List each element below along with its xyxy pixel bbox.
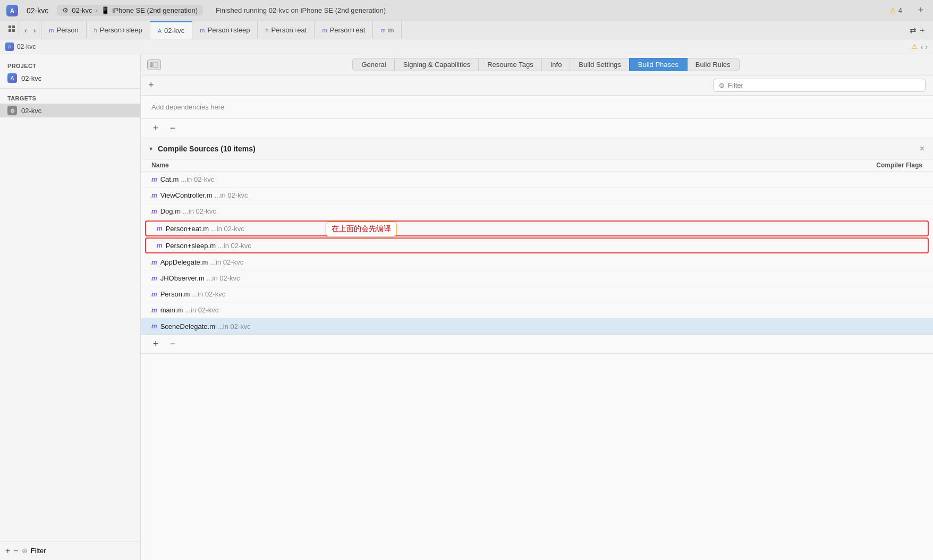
tab-person-eat-m[interactable]: m Person+eat bbox=[315, 21, 373, 39]
svg-rect-3 bbox=[12, 29, 15, 32]
table-row[interactable]: m AppDelegate.m ...in 02-kvc bbox=[141, 254, 933, 270]
file-icon-dog: m bbox=[151, 208, 157, 215]
file-name-dog: Dog.m bbox=[160, 207, 181, 215]
tab-person-sleep-2[interactable]: m Person+sleep bbox=[192, 21, 258, 39]
compile-close-button[interactable]: × bbox=[920, 144, 924, 154]
status-text: Finished running 02-kvc on iPhone SE (2n… bbox=[216, 6, 386, 14]
filter-input-wrap[interactable]: ⊜ bbox=[713, 79, 926, 92]
svg-rect-0 bbox=[9, 26, 11, 28]
file-path-appdelegate: ...in 02-kvc bbox=[210, 258, 243, 266]
tab-back-button[interactable]: ‹ bbox=[22, 25, 29, 36]
project-item-label: 02-kvc bbox=[21, 74, 41, 82]
tab-icon-person-eat-m: m bbox=[322, 27, 327, 33]
table-row[interactable]: m ViewController.m ...in 02-kvc bbox=[141, 188, 933, 203]
sidebar-remove-button[interactable]: − bbox=[13, 546, 18, 556]
file-icon-person-sleep: m bbox=[157, 242, 163, 249]
file-path-scenedelegate: ...in 02-kvc bbox=[217, 323, 251, 330]
tab-label-m: m bbox=[388, 26, 394, 34]
tab-info[interactable]: Info bbox=[541, 58, 571, 71]
tab-m[interactable]: m m bbox=[373, 21, 402, 39]
toggle-sidebar-button[interactable] bbox=[147, 60, 161, 70]
tab-build-settings[interactable]: Build Settings bbox=[570, 58, 630, 71]
compile-add-button[interactable]: + bbox=[149, 338, 162, 351]
app-title: 02-kvc bbox=[27, 6, 48, 15]
tab-bar: ‹ › m Person h Person+sleep A 02-kvc m P… bbox=[0, 21, 933, 39]
breadcrumb-back[interactable]: ‹ bbox=[921, 43, 923, 51]
sidebar-item-project[interactable]: A 02-kvc bbox=[0, 71, 140, 85]
settings-tabs: General Signing & Capabilities Resource … bbox=[165, 58, 927, 71]
compile-remove-button[interactable]: − bbox=[166, 338, 179, 351]
breadcrumb-sep: › bbox=[96, 7, 98, 14]
table-row[interactable]: m JHObserver.m ...in 02-kvc bbox=[141, 270, 933, 286]
tab-forward-button[interactable]: › bbox=[31, 25, 38, 36]
tab-person[interactable]: m Person bbox=[41, 21, 86, 39]
tab-signing[interactable]: Signing & Capabilities bbox=[394, 58, 479, 71]
tab-icon-person-sleep: h bbox=[94, 27, 97, 33]
tab-build-phases[interactable]: Build Phases bbox=[629, 58, 688, 71]
add-dep-button[interactable]: + bbox=[149, 122, 162, 135]
table-row-scenedelegate[interactable]: m SceneDelegate.m ...in 02-kvc bbox=[141, 318, 933, 334]
split-editor-button[interactable]: ⇄ bbox=[910, 26, 917, 35]
filter-input[interactable] bbox=[728, 81, 887, 89]
tab-general[interactable]: General bbox=[352, 58, 395, 71]
tab-icon-person-eat-h: h bbox=[265, 27, 268, 33]
file-name-scenedelegate: SceneDelegate.m bbox=[160, 323, 215, 330]
tab-label-person-sleep-2: Person+sleep bbox=[208, 26, 250, 34]
tab-icon-02-kvc: A bbox=[158, 28, 162, 34]
app-icon: A bbox=[6, 5, 18, 16]
add-tab-button[interactable]: + bbox=[915, 5, 927, 16]
table-row[interactable]: m Person.m ...in 02-kvc bbox=[141, 286, 933, 302]
breadcrumb-pill[interactable]: ⚙ 02-kvc › 📱 iPhone SE (2nd generation) bbox=[57, 5, 203, 16]
file-icon-person-eat: m bbox=[157, 225, 163, 232]
compile-chevron[interactable]: ▾ bbox=[149, 145, 152, 152]
tab-icon-m: m bbox=[380, 27, 385, 33]
compile-add-remove-row: + − bbox=[141, 334, 933, 353]
tab-build-rules[interactable]: Build Rules bbox=[686, 58, 740, 71]
table-row-person-eat[interactable]: m Person+eat.m ...in 02-kvc bbox=[145, 220, 929, 236]
tab-resource[interactable]: Resource Tags bbox=[478, 58, 542, 71]
alert-count: 4 bbox=[898, 6, 902, 14]
table-row[interactable]: m main.m ...in 02-kvc bbox=[141, 302, 933, 318]
sidebar-footer: + − ⊜ Filter bbox=[0, 541, 140, 560]
tab-label-person-eat-h: Person+eat bbox=[272, 26, 307, 34]
tab-person-sleep[interactable]: h Person+sleep bbox=[87, 21, 150, 39]
tab-label-person: Person bbox=[57, 26, 79, 34]
table-row[interactable]: m Dog.m ...in 02-kvc bbox=[141, 203, 933, 219]
svg-rect-1 bbox=[12, 26, 15, 28]
project-icon: A bbox=[7, 73, 17, 83]
svg-rect-5 bbox=[153, 62, 158, 67]
tab-label-person-eat-m: Person+eat bbox=[330, 26, 366, 34]
file-icon-cat: m bbox=[151, 176, 157, 183]
breadcrumb-forward[interactable]: › bbox=[925, 43, 928, 51]
svg-rect-4 bbox=[150, 62, 152, 67]
filter-icon: ⊜ bbox=[719, 81, 725, 89]
sidebar: PROJECT A 02-kvc TARGETS ⚙ 02-kvc + − ⊜ … bbox=[0, 54, 141, 560]
sidebar-body: PROJECT A 02-kvc TARGETS ⚙ 02-kvc bbox=[0, 54, 140, 541]
file-name-cat: Cat.m bbox=[160, 175, 179, 183]
tab-person-eat-h[interactable]: h Person+eat bbox=[258, 21, 315, 39]
table-row-person-sleep[interactable]: m Person+sleep.m ...in 02-kvc bbox=[145, 237, 929, 253]
tab-icon-person-sleep-2: m bbox=[200, 27, 205, 33]
breadcrumb-device-icon: 📱 bbox=[101, 6, 109, 14]
tab-nav-arrows[interactable]: ‹ › bbox=[19, 21, 41, 39]
grid-view-button[interactable] bbox=[4, 21, 19, 36]
add-dep-text: Add dependencies here bbox=[151, 103, 224, 111]
add-phase-button[interactable]: + bbox=[148, 80, 154, 91]
target-icon: ⚙ bbox=[7, 106, 17, 115]
file-name-person-eat: Person+eat.m bbox=[166, 225, 209, 233]
breadcrumb-project-name: 02-kvc bbox=[17, 43, 36, 50]
file-icon-person: m bbox=[151, 291, 157, 298]
breadcrumb-project-icon: ⚙ bbox=[62, 6, 69, 14]
remove-dep-button[interactable]: − bbox=[166, 122, 179, 135]
file-path-person: ...in 02-kvc bbox=[192, 290, 225, 298]
tab-actions: ⇄ + bbox=[910, 21, 929, 39]
sidebar-add-button[interactable]: + bbox=[5, 546, 10, 556]
add-editor-button[interactable]: + bbox=[920, 26, 924, 35]
table-row[interactable]: m Cat.m ...in 02-kvc bbox=[141, 172, 933, 188]
file-path-main: ...in 02-kvc bbox=[185, 306, 218, 314]
file-icon-scenedelegate: m bbox=[151, 323, 157, 330]
sidebar-item-target[interactable]: ⚙ 02-kvc bbox=[0, 104, 140, 117]
tab-02-kvc[interactable]: A 02-kvc bbox=[150, 21, 193, 39]
sidebar-filter-label: Filter bbox=[31, 547, 46, 555]
breadcrumb-nav[interactable]: ‹ › bbox=[921, 43, 928, 51]
